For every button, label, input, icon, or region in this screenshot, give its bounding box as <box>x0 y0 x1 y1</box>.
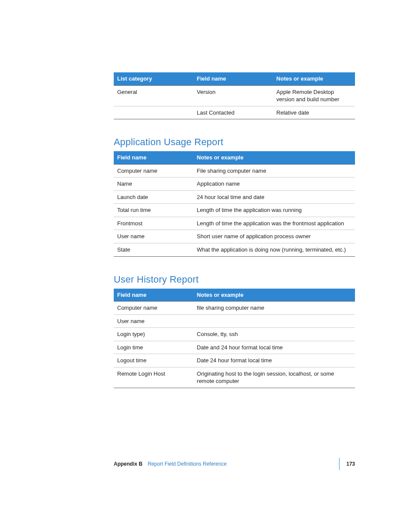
th-field-name: Field name <box>114 289 193 302</box>
table-row: Total run timeLength of time the applica… <box>114 204 355 217</box>
cell: Login time <box>114 341 193 354</box>
cell: General <box>114 85 193 106</box>
table-row: NameApplication name <box>114 177 355 191</box>
heading-user-history: User History Report <box>114 274 355 285</box>
table-row: Last Contacted Relative date <box>114 106 355 119</box>
table-row: Login timeDate and 24 hour format local … <box>114 341 355 354</box>
cell: Originating host to the login session, l… <box>193 367 355 388</box>
cell: State <box>114 243 193 257</box>
footer-title: Report Field Definitions Reference <box>148 461 227 467</box>
cell: Total run time <box>114 204 193 217</box>
cell: Computer name <box>114 302 193 315</box>
table-row: General Version Apple Remote Desktop ver… <box>114 85 355 106</box>
th-notes: Notes or example <box>193 151 355 164</box>
cell: Short user name of application process o… <box>193 230 355 243</box>
cell: Length of time the application was runni… <box>193 204 355 217</box>
cell <box>114 106 193 119</box>
heading-application-usage: Application Usage Report <box>114 137 355 148</box>
footer-appendix: Appendix B <box>114 461 143 467</box>
cell: Version <box>193 85 273 106</box>
table-row: Computer namefile sharing computer name <box>114 302 355 315</box>
cell: Remote Login Host <box>114 367 193 388</box>
th-notes: Notes or example <box>193 289 355 302</box>
cell: Apple Remote Desktop version and build n… <box>273 85 355 106</box>
cell: User name <box>114 314 193 328</box>
table-row: Logout timeDate 24 hour format local tim… <box>114 354 355 367</box>
cell: Login type) <box>114 328 193 341</box>
table-row: StateWhat the application is doing now (… <box>114 243 355 257</box>
page-footer: Appendix B Report Field Definitions Refe… <box>114 458 355 470</box>
table-row: User nameShort user name of application … <box>114 230 355 243</box>
table-user-history: Field name Notes or example Computer nam… <box>114 289 355 388</box>
table-row: Remote Login HostOriginating host to the… <box>114 367 355 388</box>
cell: file sharing computer name <box>193 302 355 315</box>
table-row: Launch date24 hour local time and date <box>114 190 355 204</box>
cell: Launch date <box>114 190 193 204</box>
th-field-name: Field name <box>114 151 193 164</box>
th-notes: Notes or example <box>273 72 355 85</box>
cell: Length of time the application was the f… <box>193 217 355 230</box>
cell: File sharing computer name <box>193 164 355 177</box>
cell: Relative date <box>273 106 355 119</box>
cell: Last Contacted <box>193 106 273 119</box>
cell: Logout time <box>114 354 193 367</box>
table-row: User name <box>114 314 355 328</box>
th-field-name: Field name <box>193 72 273 85</box>
cell: 24 hour local time and date <box>193 190 355 204</box>
table-row: FrontmostLength of time the application … <box>114 217 355 230</box>
cell: User name <box>114 230 193 243</box>
table-row: Login type)Console, tty, ssh <box>114 328 355 341</box>
cell: Application name <box>193 177 355 191</box>
table-row: Computer nameFile sharing computer name <box>114 164 355 177</box>
th-list-category: List category <box>114 72 193 85</box>
footer-divider <box>339 458 339 470</box>
footer-page-number: 173 <box>346 461 355 467</box>
cell: Frontmost <box>114 217 193 230</box>
cell: What the application is doing now (runni… <box>193 243 355 257</box>
cell: Console, tty, ssh <box>193 328 355 341</box>
table-application-usage: Field name Notes or example Computer nam… <box>114 151 355 256</box>
cell: Date and 24 hour format local time <box>193 341 355 354</box>
table-list-category: List category Field name Notes or exampl… <box>114 72 355 119</box>
cell: Name <box>114 177 193 191</box>
cell <box>193 314 355 328</box>
cell: Date 24 hour format local time <box>193 354 355 367</box>
cell: Computer name <box>114 164 193 177</box>
